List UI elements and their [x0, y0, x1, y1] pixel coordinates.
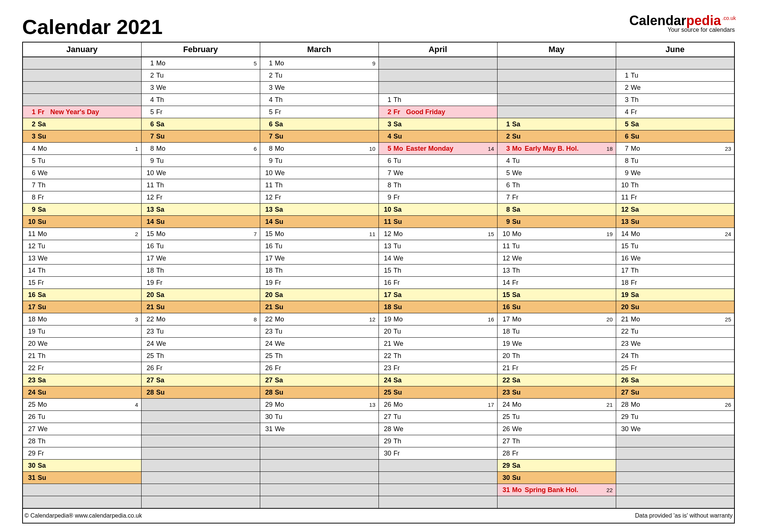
calendar-cell: 7We	[378, 167, 497, 179]
day-number: 11	[382, 218, 391, 226]
day-of-week: Fr	[38, 364, 48, 372]
event-label: New Year's Day	[50, 108, 99, 116]
day-number: 27	[382, 413, 391, 421]
week-number: 19	[607, 231, 613, 237]
day-of-week: Sa	[275, 291, 285, 299]
day-number: 28	[500, 450, 510, 457]
day-of-week: Fr	[512, 364, 523, 372]
day-number: 23	[382, 364, 391, 372]
day-of-week: Fr	[275, 108, 285, 116]
calendar-cell: 21Th	[23, 350, 141, 362]
calendar-cell: 7Mo23	[616, 143, 734, 155]
day-number: 21	[500, 364, 510, 372]
day-of-week: Mo	[275, 316, 285, 323]
day-number: 23	[26, 376, 35, 384]
calendar-cell: 1Sa	[497, 118, 616, 130]
day-of-week: Mo	[38, 316, 48, 323]
day-number: 1	[500, 120, 510, 128]
calendar-cell: 20Sa	[141, 289, 260, 301]
week-number: 16	[488, 316, 494, 323]
day-of-week: We	[631, 340, 641, 348]
day-of-week: Su	[275, 218, 285, 226]
footer-left: © Calendarpedia® www.calendarpedia.co.uk	[24, 512, 142, 519]
day-number: 2	[145, 72, 154, 79]
calendar-row: 2Sa6Sa6Sa3Sa1Sa5Sa	[23, 118, 734, 130]
day-of-week: Sa	[38, 462, 48, 470]
day-number: 10	[145, 169, 154, 177]
day-number: 14	[263, 218, 273, 226]
calendar-cell: 7Su	[260, 130, 378, 143]
day-number: 6	[382, 157, 391, 165]
day-number: 18	[619, 279, 629, 287]
calendar-cell: 5MoEaster Monday14	[378, 143, 497, 155]
day-of-week: Mo	[512, 316, 523, 323]
week-number: 21	[607, 402, 613, 408]
day-number: 16	[382, 279, 391, 287]
day-number: 23	[145, 328, 154, 335]
logo-brand-black: Calendar	[629, 13, 686, 28]
day-of-week: Mo	[394, 401, 404, 409]
calendar-cell	[260, 484, 378, 496]
calendar-row: 1Mo51Mo9	[23, 57, 734, 69]
day-of-week: Su	[512, 303, 523, 311]
day-number: 20	[619, 303, 629, 311]
day-number: 15	[263, 230, 273, 238]
day-of-week: We	[275, 425, 285, 433]
day-number: 25	[500, 413, 510, 421]
day-of-week: Fr	[275, 364, 285, 372]
calendar-cell: 26Fr	[260, 362, 378, 374]
day-number: 23	[500, 389, 510, 396]
day-number: 3	[145, 84, 154, 92]
day-number: 1	[263, 59, 273, 67]
day-number: 19	[263, 279, 273, 287]
calendar-row: 22Fr26Fr26Fr23Fr21Fr25Fr	[23, 362, 734, 374]
calendar-cell: 14Fr	[497, 277, 616, 289]
calendar-cell: 24We	[141, 338, 260, 350]
day-of-week: Sa	[275, 376, 285, 384]
day-of-week: Mo	[38, 230, 48, 238]
calendar-cell	[141, 484, 260, 496]
day-of-week: Tu	[275, 413, 285, 421]
day-number: 29	[263, 401, 273, 409]
calendar-cell	[616, 435, 734, 447]
day-of-week: Tu	[156, 328, 167, 335]
day-number: 14	[619, 230, 629, 238]
calendar-cell: 10We	[141, 167, 260, 179]
day-of-week: Fr	[631, 364, 641, 372]
day-of-week: Tu	[275, 242, 285, 250]
day-of-week: Fr	[394, 108, 404, 116]
calendar-cell: 24Sa	[378, 374, 497, 386]
day-number: 15	[26, 279, 35, 287]
day-number: 12	[263, 194, 273, 201]
day-number: 24	[500, 401, 510, 409]
day-number: 27	[619, 389, 629, 396]
day-of-week: Tu	[394, 242, 404, 250]
day-of-week: Su	[275, 389, 285, 396]
calendar-cell	[378, 57, 497, 69]
day-of-week: Su	[394, 133, 404, 140]
calendar-row: 23Sa27Sa27Sa24Sa22Sa26Sa	[23, 374, 734, 386]
calendar-cell: 30Fr	[378, 447, 497, 460]
day-number: 15	[382, 267, 391, 274]
day-number: 9	[145, 157, 154, 165]
calendar-row: 19Tu23Tu23Tu20Tu18Tu22Tu	[23, 325, 734, 338]
day-of-week: Sa	[156, 291, 167, 299]
calendar-cell	[497, 94, 616, 106]
month-header: May	[497, 42, 616, 57]
day-of-week: Sa	[38, 376, 48, 384]
calendar-cell	[23, 57, 141, 69]
day-of-week: Tu	[275, 157, 285, 165]
calendar-cell	[141, 472, 260, 484]
day-of-week: We	[512, 169, 523, 177]
day-number: 24	[619, 352, 629, 360]
day-of-week: Fr	[631, 108, 641, 116]
day-number: 14	[382, 255, 391, 262]
day-number: 14	[26, 267, 35, 274]
day-of-week: Mo	[512, 486, 523, 494]
day-of-week: Sa	[631, 376, 641, 384]
calendar-cell	[23, 69, 141, 82]
calendar-cell: 21Fr	[497, 362, 616, 374]
calendar-cell: 19Tu	[23, 325, 141, 338]
day-of-week: Su	[631, 133, 641, 140]
week-number: 24	[725, 231, 731, 237]
